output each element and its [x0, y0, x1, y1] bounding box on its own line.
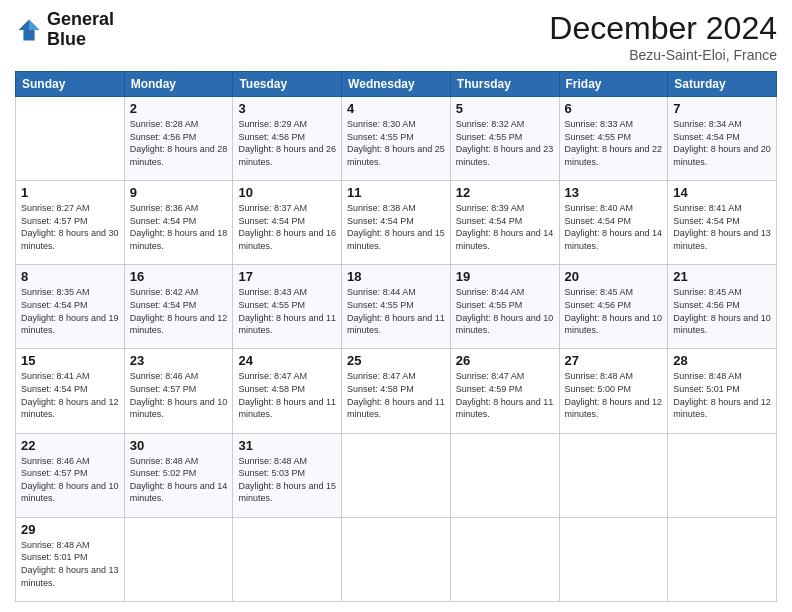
day-info: Sunrise: 8:39 AMSunset: 4:54 PMDaylight:… [456, 202, 554, 252]
day-info: Sunrise: 8:38 AMSunset: 4:54 PMDaylight:… [347, 202, 445, 252]
calendar-cell [233, 517, 342, 601]
day-number: 17 [238, 269, 336, 284]
calendar-cell [668, 433, 777, 517]
day-info: Sunrise: 8:42 AMSunset: 4:54 PMDaylight:… [130, 286, 228, 336]
day-info: Sunrise: 8:45 AMSunset: 4:56 PMDaylight:… [565, 286, 663, 336]
logo: General Blue [15, 10, 114, 50]
day-info: Sunrise: 8:33 AMSunset: 4:55 PMDaylight:… [565, 118, 663, 168]
calendar-cell: 17Sunrise: 8:43 AMSunset: 4:55 PMDayligh… [233, 265, 342, 349]
day-info: Sunrise: 8:30 AMSunset: 4:55 PMDaylight:… [347, 118, 445, 168]
day-number: 18 [347, 269, 445, 284]
day-number: 13 [565, 185, 663, 200]
calendar-cell: 2Sunrise: 8:28 AMSunset: 4:56 PMDaylight… [124, 97, 233, 181]
day-info: Sunrise: 8:47 AMSunset: 4:58 PMDaylight:… [347, 370, 445, 420]
weekday-header-row: SundayMondayTuesdayWednesdayThursdayFrid… [16, 72, 777, 97]
day-number: 23 [130, 353, 228, 368]
calendar-cell: 7Sunrise: 8:34 AMSunset: 4:54 PMDaylight… [668, 97, 777, 181]
day-number: 28 [673, 353, 771, 368]
day-number: 11 [347, 185, 445, 200]
day-info: Sunrise: 8:48 AMSunset: 5:03 PMDaylight:… [238, 455, 336, 505]
day-info: Sunrise: 8:28 AMSunset: 4:56 PMDaylight:… [130, 118, 228, 168]
day-info: Sunrise: 8:46 AMSunset: 4:57 PMDaylight:… [130, 370, 228, 420]
day-info: Sunrise: 8:34 AMSunset: 4:54 PMDaylight:… [673, 118, 771, 168]
day-number: 22 [21, 438, 119, 453]
calendar-row-1: 1Sunrise: 8:27 AMSunset: 4:57 PMDaylight… [16, 181, 777, 265]
day-number: 31 [238, 438, 336, 453]
day-info: Sunrise: 8:48 AMSunset: 5:01 PMDaylight:… [21, 539, 119, 589]
calendar-row-5: 29Sunrise: 8:48 AMSunset: 5:01 PMDayligh… [16, 517, 777, 601]
day-number: 9 [130, 185, 228, 200]
weekday-header-monday: Monday [124, 72, 233, 97]
calendar-cell: 26Sunrise: 8:47 AMSunset: 4:59 PMDayligh… [450, 349, 559, 433]
svg-marker-1 [29, 19, 40, 30]
day-info: Sunrise: 8:44 AMSunset: 4:55 PMDaylight:… [347, 286, 445, 336]
calendar-cell: 24Sunrise: 8:47 AMSunset: 4:58 PMDayligh… [233, 349, 342, 433]
calendar-cell: 13Sunrise: 8:40 AMSunset: 4:54 PMDayligh… [559, 181, 668, 265]
calendar-cell [559, 433, 668, 517]
day-info: Sunrise: 8:32 AMSunset: 4:55 PMDaylight:… [456, 118, 554, 168]
weekday-header-thursday: Thursday [450, 72, 559, 97]
calendar-row-0: 2Sunrise: 8:28 AMSunset: 4:56 PMDaylight… [16, 97, 777, 181]
day-number: 8 [21, 269, 119, 284]
calendar-cell: 9Sunrise: 8:36 AMSunset: 4:54 PMDaylight… [124, 181, 233, 265]
day-info: Sunrise: 8:46 AMSunset: 4:57 PMDaylight:… [21, 455, 119, 505]
calendar: SundayMondayTuesdayWednesdayThursdayFrid… [15, 71, 777, 602]
day-info: Sunrise: 8:29 AMSunset: 4:56 PMDaylight:… [238, 118, 336, 168]
calendar-cell: 21Sunrise: 8:45 AMSunset: 4:56 PMDayligh… [668, 265, 777, 349]
day-number: 19 [456, 269, 554, 284]
calendar-row-2: 8Sunrise: 8:35 AMSunset: 4:54 PMDaylight… [16, 265, 777, 349]
calendar-row-4: 22Sunrise: 8:46 AMSunset: 4:57 PMDayligh… [16, 433, 777, 517]
weekday-header-wednesday: Wednesday [342, 72, 451, 97]
day-info: Sunrise: 8:35 AMSunset: 4:54 PMDaylight:… [21, 286, 119, 336]
calendar-cell: 5Sunrise: 8:32 AMSunset: 4:55 PMDaylight… [450, 97, 559, 181]
calendar-cell: 4Sunrise: 8:30 AMSunset: 4:55 PMDaylight… [342, 97, 451, 181]
calendar-cell: 25Sunrise: 8:47 AMSunset: 4:58 PMDayligh… [342, 349, 451, 433]
day-number: 30 [130, 438, 228, 453]
header: General Blue December 2024 Bezu-Saint-El… [15, 10, 777, 63]
day-number: 10 [238, 185, 336, 200]
calendar-cell: 11Sunrise: 8:38 AMSunset: 4:54 PMDayligh… [342, 181, 451, 265]
calendar-cell: 23Sunrise: 8:46 AMSunset: 4:57 PMDayligh… [124, 349, 233, 433]
day-info: Sunrise: 8:27 AMSunset: 4:57 PMDaylight:… [21, 202, 119, 252]
calendar-cell: 3Sunrise: 8:29 AMSunset: 4:56 PMDaylight… [233, 97, 342, 181]
calendar-cell [124, 517, 233, 601]
day-number: 25 [347, 353, 445, 368]
calendar-cell: 16Sunrise: 8:42 AMSunset: 4:54 PMDayligh… [124, 265, 233, 349]
calendar-cell [559, 517, 668, 601]
day-info: Sunrise: 8:43 AMSunset: 4:55 PMDaylight:… [238, 286, 336, 336]
day-number: 24 [238, 353, 336, 368]
day-info: Sunrise: 8:37 AMSunset: 4:54 PMDaylight:… [238, 202, 336, 252]
weekday-header-tuesday: Tuesday [233, 72, 342, 97]
day-number: 21 [673, 269, 771, 284]
weekday-header-sunday: Sunday [16, 72, 125, 97]
month-title: December 2024 [549, 10, 777, 47]
day-number: 7 [673, 101, 771, 116]
day-number: 15 [21, 353, 119, 368]
calendar-cell: 1Sunrise: 8:27 AMSunset: 4:57 PMDaylight… [16, 181, 125, 265]
weekday-header-friday: Friday [559, 72, 668, 97]
day-number: 29 [21, 522, 119, 537]
calendar-cell: 12Sunrise: 8:39 AMSunset: 4:54 PMDayligh… [450, 181, 559, 265]
calendar-cell: 20Sunrise: 8:45 AMSunset: 4:56 PMDayligh… [559, 265, 668, 349]
location: Bezu-Saint-Eloi, France [549, 47, 777, 63]
calendar-cell: 29Sunrise: 8:48 AMSunset: 5:01 PMDayligh… [16, 517, 125, 601]
day-number: 26 [456, 353, 554, 368]
calendar-cell: 18Sunrise: 8:44 AMSunset: 4:55 PMDayligh… [342, 265, 451, 349]
calendar-cell: 10Sunrise: 8:37 AMSunset: 4:54 PMDayligh… [233, 181, 342, 265]
day-info: Sunrise: 8:44 AMSunset: 4:55 PMDaylight:… [456, 286, 554, 336]
weekday-header-saturday: Saturday [668, 72, 777, 97]
title-block: December 2024 Bezu-Saint-Eloi, France [549, 10, 777, 63]
day-number: 6 [565, 101, 663, 116]
day-number: 27 [565, 353, 663, 368]
calendar-row-3: 15Sunrise: 8:41 AMSunset: 4:54 PMDayligh… [16, 349, 777, 433]
calendar-cell: 8Sunrise: 8:35 AMSunset: 4:54 PMDaylight… [16, 265, 125, 349]
calendar-cell: 22Sunrise: 8:46 AMSunset: 4:57 PMDayligh… [16, 433, 125, 517]
day-number: 2 [130, 101, 228, 116]
calendar-cell: 19Sunrise: 8:44 AMSunset: 4:55 PMDayligh… [450, 265, 559, 349]
calendar-cell: 27Sunrise: 8:48 AMSunset: 5:00 PMDayligh… [559, 349, 668, 433]
calendar-cell: 28Sunrise: 8:48 AMSunset: 5:01 PMDayligh… [668, 349, 777, 433]
day-info: Sunrise: 8:47 AMSunset: 4:59 PMDaylight:… [456, 370, 554, 420]
day-info: Sunrise: 8:48 AMSunset: 5:02 PMDaylight:… [130, 455, 228, 505]
day-info: Sunrise: 8:41 AMSunset: 4:54 PMDaylight:… [21, 370, 119, 420]
day-info: Sunrise: 8:40 AMSunset: 4:54 PMDaylight:… [565, 202, 663, 252]
